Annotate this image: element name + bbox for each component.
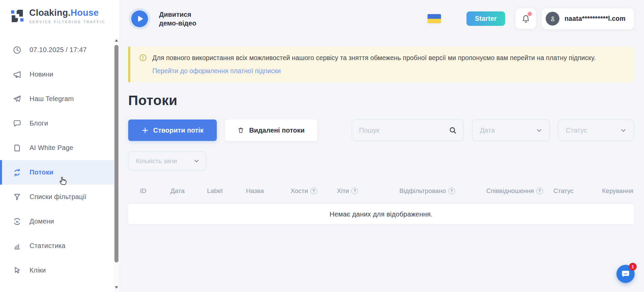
sidebar-item-datetime: 07.10.2025 / 17:47	[0, 38, 114, 62]
sidebar-item-blogs[interactable]: Блоги	[0, 111, 114, 136]
telegram-icon	[13, 95, 21, 103]
column-label: Статус	[553, 187, 574, 195]
sidebar-item-domains[interactable]: wДомени	[0, 209, 114, 234]
scrollbar-up-arrow[interactable]	[114, 38, 119, 43]
main-area: Дивитися демо-відео Starter naata*******…	[119, 0, 644, 292]
sidebar-item-clicks[interactable]: Кліки	[0, 258, 114, 283]
clock-icon	[13, 46, 21, 54]
demo-video-play-button[interactable]	[129, 8, 150, 30]
user-menu[interactable]: naata**********l.com	[542, 8, 634, 29]
sidebar-item-label: Домени	[30, 217, 54, 225]
column-header-filtered: Відфільтровано?	[399, 187, 486, 195]
avatar	[546, 12, 559, 26]
domain-icon: w	[13, 217, 21, 226]
sidebar-nav: 07.10.2025 / 17:47НовиниНаш TelegramБлог…	[0, 38, 114, 283]
column-label: Хіти	[337, 187, 349, 195]
column-label: Label	[207, 187, 223, 195]
plus-icon	[142, 127, 149, 134]
chevron-down-icon	[193, 157, 200, 165]
per-page-select[interactable]: Кількість запи	[128, 151, 206, 171]
chat-unread-badge: 1	[629, 263, 637, 271]
column-label: ID	[140, 187, 146, 195]
column-header-id: ID	[140, 187, 170, 195]
sync-icon	[13, 168, 21, 177]
sidebar-scrollbar[interactable]	[114, 38, 119, 292]
sidebar-item-statistics[interactable]: Статистика	[0, 234, 114, 258]
person-icon	[549, 15, 557, 23]
sidebar-item-label: AI White Page	[30, 144, 73, 152]
warning-icon	[139, 54, 147, 62]
trial-warning-banner: Для повного використання всіх можливосте…	[128, 47, 634, 82]
search-input[interactable]	[352, 120, 463, 141]
trash-icon	[237, 127, 244, 134]
language-flag-ukraine[interactable]	[428, 14, 441, 23]
help-icon[interactable]: ?	[310, 188, 317, 194]
create-stream-label: Створити потік	[153, 127, 204, 134]
brand-text: Cloaking.House SERVICE FILTERING TRAFFIC	[29, 8, 105, 24]
sidebar-item-news[interactable]: Новини	[0, 62, 114, 87]
scrollbar-thumb[interactable]	[114, 45, 118, 262]
scrollbar-down-arrow[interactable]	[114, 285, 119, 290]
sidebar: Cloaking.House SERVICE FILTERING TRAFFIC…	[0, 0, 119, 292]
brand-logo-icon	[9, 8, 25, 24]
user-email: naata**********l.com	[564, 15, 626, 22]
megaphone-icon	[13, 70, 21, 79]
plan-badge[interactable]: Starter	[466, 11, 505, 26]
column-header-hits: Хіти?	[337, 187, 399, 195]
table-empty-state: Немає даних для відображення.	[128, 204, 634, 224]
column-label: Дата	[170, 187, 185, 195]
column-header-hosts: Хости?	[291, 187, 337, 195]
create-stream-button[interactable]: Створити потік	[128, 119, 217, 141]
date-filter-select[interactable]: Дата	[472, 119, 550, 141]
table-header: IDДатаLabelНазваХости?Хіти?Відфільтрован…	[128, 187, 634, 195]
upgrade-subscription-link[interactable]: Перейти до оформлення платної підписки	[152, 67, 281, 75]
search-icon[interactable]	[449, 126, 457, 135]
funnel-icon	[13, 193, 21, 201]
notifications-button[interactable]	[515, 8, 536, 29]
search-box	[352, 119, 463, 141]
brand-tagline: SERVICE FILTERING TRAFFIC	[29, 20, 105, 24]
sidebar-item-label: Новини	[30, 70, 53, 78]
chat-widget-icon	[621, 269, 631, 279]
sidebar-item-ai-white-page[interactable]: AI White Page	[0, 136, 114, 160]
chat-widget-button[interactable]: 1	[616, 265, 635, 283]
column-header-name: Назва	[246, 187, 291, 195]
column-header-status: Статус	[553, 187, 602, 195]
sidebar-item-label: Потоки	[30, 168, 53, 176]
bar-chart-icon	[13, 242, 21, 250]
sidebar-item-label: Списки фільтрації	[30, 193, 87, 201]
brand-name-accent: House	[70, 8, 99, 18]
topbar: Дивитися демо-відео Starter naata*******…	[128, 0, 634, 37]
sidebar-item-telegram[interactable]: Наш Telegram	[0, 87, 114, 111]
banner-message: Для повного використання всіх можливосте…	[152, 53, 610, 62]
brand-logo[interactable]: Cloaking.House SERVICE FILTERING TRAFFIC	[0, 0, 119, 24]
column-header-date: Дата	[170, 187, 207, 195]
status-filter-label: Статус	[566, 127, 587, 134]
cursor-icon	[13, 266, 21, 275]
sidebar-item-filter-lists[interactable]: Списки фільтрації	[0, 185, 114, 209]
page-title: Потоки	[128, 93, 634, 108]
help-icon[interactable]: ?	[536, 188, 543, 194]
chevron-down-icon	[620, 127, 627, 134]
column-label: Керування	[602, 187, 633, 195]
per-page-row: Кількість запи	[128, 151, 634, 171]
sidebar-item-label: Кліки	[30, 266, 46, 274]
demo-video-label[interactable]: Дивитися демо-відео	[159, 10, 203, 28]
per-page-label: Кількість запи	[136, 157, 177, 165]
column-header-ratio: Співвідношення?	[486, 187, 553, 195]
help-icon[interactable]: ?	[448, 188, 455, 194]
chevron-down-icon	[535, 127, 543, 134]
sidebar-item-label: 07.10.2025 / 17:47	[30, 46, 87, 54]
controls-row: Створити потік Видалені потоки Дата Стат…	[128, 119, 634, 141]
column-label: Хости	[291, 187, 308, 195]
deleted-streams-button[interactable]: Видалені потоки	[225, 119, 317, 141]
status-filter-select[interactable]: Статус	[558, 119, 634, 141]
play-circle	[131, 10, 148, 27]
topbar-right: Starter naata**********l.com	[428, 8, 634, 29]
sidebar-item-streams[interactable]: Потоки	[0, 160, 114, 185]
page-icon	[13, 144, 21, 152]
svg-text:w: w	[15, 220, 19, 223]
column-label: Відфільтровано	[399, 187, 446, 195]
column-header-manage: Керування	[602, 187, 634, 195]
help-icon[interactable]: ?	[351, 188, 358, 194]
